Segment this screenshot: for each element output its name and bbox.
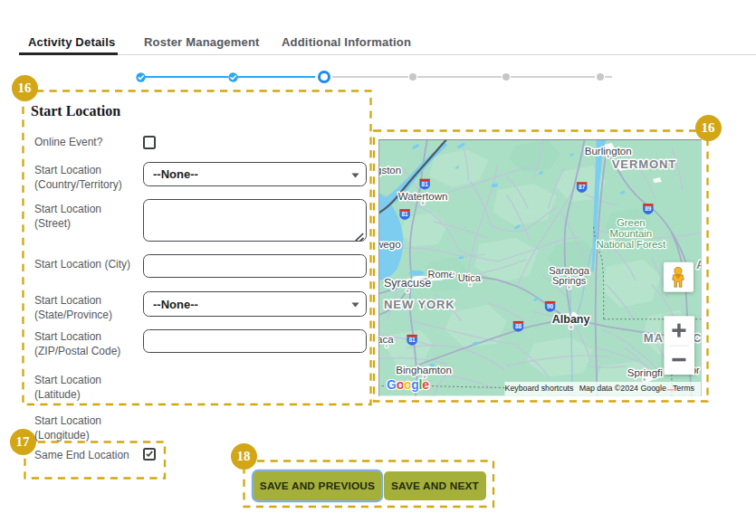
svg-text:Green: Green [617,217,645,228]
svg-text:Syracuse: Syracuse [383,277,430,290]
svg-text:Utica: Utica [457,272,481,283]
svg-text:87: 87 [579,184,586,190]
svg-text:e: e [422,377,429,392]
svg-text:aca: aca [379,334,394,345]
svg-text:Map data ©2024 Google: Map data ©2024 Google [579,384,665,393]
svg-text:Terms: Terms [672,384,694,393]
svg-text:81: 81 [401,211,408,217]
svg-text:Springfi: Springfi [627,367,662,378]
svg-text:MA: MA [643,331,663,345]
svg-text:Watertown: Watertown [397,191,447,202]
svg-text:81: 81 [408,337,416,343]
svg-text:wego: wego [379,239,401,250]
svg-text:Rome: Rome [427,269,454,280]
svg-text:Albany: Albany [551,313,589,326]
svg-text:90: 90 [546,303,553,309]
svg-text:Mountain: Mountain [609,228,652,239]
svg-text:89: 89 [645,205,652,212]
svg-text:G: G [387,377,397,392]
svg-text:VERMONT: VERMONT [611,157,675,171]
svg-text:NEW YORK: NEW YORK [384,298,455,311]
svg-text:National Forest: National Forest [596,239,666,250]
svg-text:Keyboard shortcuts: Keyboard shortcuts [504,384,574,393]
svg-text:A: A [695,258,700,271]
svg-text:81: 81 [421,181,428,187]
svg-text:Springs: Springs [551,275,586,286]
svg-text:88: 88 [514,323,522,329]
svg-text:gston: gston [379,165,401,176]
svg-text:Binghamton: Binghamton [396,365,452,375]
